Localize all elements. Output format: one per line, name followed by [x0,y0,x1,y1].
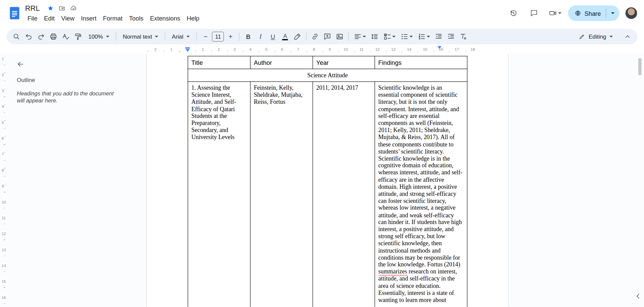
increase-font-size-button[interactable]: + [225,31,236,42]
numbered-list-button[interactable] [416,31,432,42]
checklist-button[interactable] [381,31,398,42]
paint-format-button[interactable] [72,31,84,42]
ruler-number: 2 [1,72,4,77]
menu-bar: File Edit View Insert Format Tools Exten… [24,13,203,23]
vertical-ruler[interactable]: 12345678910111213141516 [0,53,8,307]
editing-mode-select[interactable]: Editing [574,31,618,43]
text-color-button[interactable]: A [279,31,291,42]
cell-year[interactable]: 2011, 2014, 2017 [313,82,375,307]
star-button[interactable] [46,3,55,13]
version-history-button[interactable] [505,5,522,21]
clear-formatting-button[interactable] [458,31,469,42]
pencil-icon [579,33,586,40]
ruler-number: 4 [1,104,4,109]
cell-findings[interactable]: Scientific knowledge is an essential com… [375,82,467,307]
header-author[interactable]: Author [250,56,313,69]
chevron-down-icon [558,12,561,14]
redo-button[interactable] [35,31,47,42]
header-title[interactable]: Title [188,56,250,69]
section-title-cell[interactable]: Science Attitude [188,69,467,82]
ruler-number: 1 [169,47,173,52]
search-menus-button[interactable] [11,31,22,42]
move-folder-icon [59,5,65,12]
table-row: 1. Assessing the Science Interest, Attit… [188,82,467,307]
text-color-icon: A [282,33,288,40]
horizontal-ruler[interactable]: 21123456789101112131415161718 [0,46,644,53]
align-button[interactable] [352,31,368,42]
zoom-value: 100% [88,33,103,40]
font-select[interactable]: Arial [168,31,194,42]
document-title[interactable]: RRL [24,4,41,13]
document-table[interactable]: Title Author Year Findings Science Attit… [188,56,468,307]
share-options-button[interactable] [606,5,619,21]
bulleted-list-button[interactable] [398,31,415,42]
google-docs-app: RRL File Edit View Insert Format Tools E… [0,0,644,307]
ruler-number: 1 [201,47,205,52]
bold-button[interactable]: B [243,31,254,42]
outline-title: Outline [17,77,129,83]
add-comment-button[interactable] [322,31,333,42]
chevron-down-icon [106,36,109,38]
paragraph-style-select[interactable]: Normal text [119,31,162,42]
menu-file[interactable]: File [24,13,41,23]
ruler-number: 3 [233,47,236,52]
ruler-number: 4 [249,47,252,52]
show-side-panel-button[interactable] [633,290,643,302]
ruler-number: 7 [1,151,4,157]
left-indent-triangle-icon [185,49,190,52]
underline-button[interactable]: U [267,31,278,42]
left-indent-marker[interactable] [185,47,190,52]
insert-image-button[interactable] [334,31,345,42]
insert-link-button[interactable] [310,31,321,42]
decrease-indent-button[interactable] [433,31,444,42]
chevron-down-icon [155,36,158,38]
comment-icon [530,9,538,17]
menu-extensions[interactable]: Extensions [147,13,183,23]
document-page[interactable]: Title Author Year Findings Science Attit… [146,53,508,307]
ruler-number: 14 [406,47,412,52]
menu-view[interactable]: View [58,13,78,23]
font-size-input[interactable]: 11 [212,32,224,41]
print-button[interactable] [48,31,59,42]
cell-title[interactable]: 1. Assessing the Science Interest, Attit… [188,82,250,307]
zoom-select[interactable]: 100% [85,31,113,42]
header-findings[interactable]: Findings [375,56,467,69]
close-outline-button[interactable] [15,58,26,70]
video-camera-icon [549,9,557,17]
bold-icon: B [246,34,250,40]
spellcheck-button[interactable] [60,31,71,42]
share-button[interactable]: Share [568,5,606,21]
plus-icon: + [228,33,232,40]
search-icon [12,33,20,41]
ruler-number: 2 [217,47,220,52]
user-avatar[interactable] [625,7,638,19]
italic-button[interactable]: I [255,31,266,42]
misspelled-word[interactable]: summarizes [378,268,407,275]
ruler-ticks [4,57,5,307]
docs-logo-icon[interactable] [10,7,19,19]
line-spacing-button[interactable] [369,31,380,42]
header-year[interactable]: Year [313,56,375,69]
numbered-list-icon [418,33,426,41]
move-folder-button[interactable] [57,3,67,13]
cell-author[interactable]: Feinstein, Kelly, Sheldrake, Mutjaba, Re… [250,82,313,307]
menu-help[interactable]: Help [183,13,203,23]
highlight-color-button[interactable] [292,31,303,42]
open-comments-button[interactable] [526,5,542,21]
undo-button[interactable] [23,31,35,42]
menu-edit[interactable]: Edit [41,13,58,23]
first-line-indent-icon [185,47,190,49]
clear-formatting-icon [459,33,467,41]
menu-format[interactable]: Format [100,13,126,23]
document-status-button[interactable] [69,3,78,13]
join-call-button[interactable] [546,5,564,21]
title-block: RRL File Edit View Insert Format Tools E… [24,0,203,24]
ruler-number: 15 [422,47,428,52]
collapse-menus-button[interactable] [622,31,633,42]
menu-tools[interactable]: Tools [126,13,147,23]
decrease-font-size-button[interactable]: − [200,31,211,42]
menu-insert[interactable]: Insert [78,13,100,23]
vertical-scrollbar-thumb[interactable] [638,58,642,75]
document-workarea: Outline Headings that you add to the doc… [0,53,644,307]
increase-indent-button[interactable] [445,31,457,42]
